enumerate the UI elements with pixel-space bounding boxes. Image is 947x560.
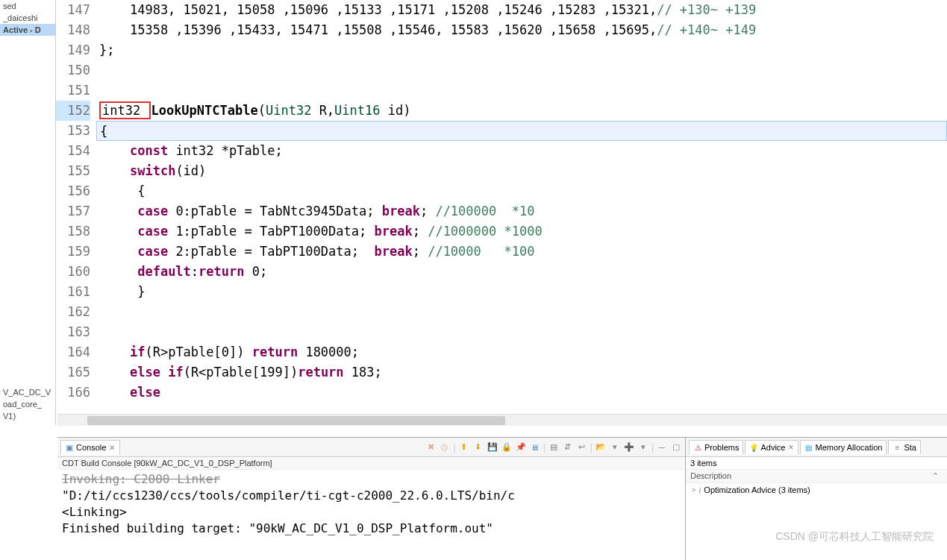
code-line[interactable]: switch(id) xyxy=(96,161,947,181)
close-icon[interactable]: ✕ xyxy=(109,444,115,452)
code-line[interactable]: else xyxy=(96,383,947,403)
console-toolbar: ✖ ⛒ | ⬆ ⬇ 💾 🔒 📌 🖥 | ▤ ⇵ ↩ | 📂 ▾ ➕ ▾ | ─ xyxy=(425,441,683,453)
code-line[interactable]: case 1:pTable = TabPT1000Data; break; //… xyxy=(96,221,947,242)
info-icon: i xyxy=(698,485,701,494)
tree-item-label: Optimization Advice (3 items) xyxy=(704,485,810,494)
minimize-icon[interactable]: ─ xyxy=(656,441,668,453)
tab-problems[interactable]: ⚠Problems xyxy=(689,440,743,454)
line-number: 160 xyxy=(56,262,90,282)
console-tab[interactable]: ▣ Console ✕ xyxy=(60,440,120,455)
sidebar-bottom-items: V_AC_DC_Voad_core_V1) xyxy=(0,386,56,422)
dropdown-icon[interactable]: ▾ xyxy=(637,441,649,453)
arrow-up-icon[interactable]: ⬆ xyxy=(458,441,470,453)
line-number: 166 xyxy=(56,383,90,403)
expand-icon[interactable]: > xyxy=(692,486,696,494)
line-number: 163 xyxy=(56,322,90,342)
code-editor[interactable]: 1471481491501511521531541551561571581591… xyxy=(56,0,947,425)
console-line: "D:/ti/ccs1230/ccs/tools/compiler/ti-cgt… xyxy=(62,488,681,504)
sta-icon: ≡ xyxy=(893,443,901,452)
code-line[interactable] xyxy=(96,60,947,81)
sidebar-item[interactable]: V_AC_DC_V xyxy=(0,386,56,398)
line-number: 147 xyxy=(56,0,90,20)
editor-horizontal-scrollbar[interactable] xyxy=(57,414,947,426)
tab-advice[interactable]: 💡Advice✕ xyxy=(745,440,798,454)
line-number: 150 xyxy=(56,60,90,81)
code-line[interactable]: } xyxy=(96,282,947,302)
remove-all-icon[interactable]: ⛒ xyxy=(440,441,451,453)
code-line[interactable]: const int32 *pTable; xyxy=(96,141,947,161)
line-number: 161 xyxy=(56,282,90,302)
description-column-header[interactable]: Description ⌃ xyxy=(686,470,947,483)
advice-icon: 💡 xyxy=(749,443,758,452)
items-count: 3 items xyxy=(686,457,947,470)
code-line[interactable]: }; xyxy=(96,40,947,60)
line-number: 159 xyxy=(56,242,90,262)
sidebar-item[interactable]: oad_core_ xyxy=(0,398,56,410)
console-output[interactable]: Invoking: C2000 Linker"D:/ti/ccs1230/ccs… xyxy=(57,470,685,560)
project-explorer-sidebar: sed_daiceshiActive - D xyxy=(0,0,56,425)
console-tabs-row: ▣ Console ✕ ✖ ⛒ | ⬆ ⬇ 💾 🔒 📌 🖥 | ▤ ⇵ ↩ | … xyxy=(57,438,685,457)
line-number: 155 xyxy=(56,161,90,181)
code-line[interactable] xyxy=(96,81,947,101)
sidebar-item[interactable]: sed xyxy=(0,0,55,12)
close-icon[interactable]: ✕ xyxy=(788,444,794,451)
wrap-icon[interactable]: ↩ xyxy=(576,441,588,453)
arrow-down-icon[interactable]: ⬇ xyxy=(472,441,484,453)
line-number: 152 xyxy=(56,101,90,121)
console-icon: ▣ xyxy=(66,443,73,453)
code-line[interactable]: else if(R<pTable[199])return 183; xyxy=(96,362,947,383)
console-line: <Linking> xyxy=(62,504,681,520)
tab-label: Advice xyxy=(760,443,785,452)
line-number: 151 xyxy=(56,81,90,101)
code-line[interactable]: if(R>pTable[0]) return 180000; xyxy=(96,342,947,362)
remove-icon[interactable]: ✖ xyxy=(425,441,437,453)
code-line[interactable]: case 0:pTable = TabNtc3945Data; break; /… xyxy=(96,201,947,221)
line-number: 154 xyxy=(56,141,90,161)
scroll-lock-icon[interactable]: ⇵ xyxy=(562,441,574,453)
right-panel-tabs: ⚠Problems💡Advice✕▤Memory Allocation≡Sta xyxy=(686,438,947,457)
line-number: 153 xyxy=(56,121,90,141)
code-line[interactable]: 15358 ,15396 ,15433, 15471 ,15508 ,15546… xyxy=(96,20,947,40)
display-icon[interactable]: 🖥 xyxy=(529,441,541,453)
line-number: 156 xyxy=(56,181,90,201)
open-console-icon[interactable]: 📂 xyxy=(595,441,607,453)
tab-memory-allocation[interactable]: ▤Memory Allocation xyxy=(800,440,887,454)
maximize-icon[interactable]: ▢ xyxy=(670,441,682,453)
tab-label: Sta xyxy=(904,443,916,452)
advice-tree-item[interactable]: >iOptimization Advice (3 items) xyxy=(686,483,947,497)
clear-icon[interactable]: ▤ xyxy=(548,441,560,453)
line-number: 148 xyxy=(56,20,90,40)
sort-arrow-icon[interactable]: ⌃ xyxy=(928,471,943,481)
line-number: 157 xyxy=(56,201,90,221)
line-number: 164 xyxy=(56,342,90,362)
console-panel: ▣ Console ✕ ✖ ⛒ | ⬆ ⬇ 💾 🔒 📌 🖥 | ▤ ⇵ ↩ | … xyxy=(57,438,686,560)
advice-tree: >iOptimization Advice (3 items) xyxy=(686,483,947,497)
problems-icon: ⚠ xyxy=(693,443,702,452)
new-console-icon[interactable]: ➕ xyxy=(623,441,635,453)
tab-label: Memory Allocation xyxy=(816,443,883,452)
sidebar-item[interactable]: Active - D xyxy=(0,24,55,36)
code-line[interactable]: { xyxy=(96,181,947,201)
line-number: 165 xyxy=(56,362,90,383)
sidebar-item[interactable]: V1) xyxy=(0,410,56,422)
scrollbar-thumb[interactable] xyxy=(87,416,505,425)
lock-icon[interactable]: 🔒 xyxy=(501,441,513,453)
dropdown-icon[interactable]: ▾ xyxy=(609,441,621,453)
console-subheader: CDT Build Console [90kW_AC_DC_V1_0_DSP_P… xyxy=(57,457,685,470)
code-line[interactable]: default:return 0; xyxy=(96,262,947,282)
line-number: 149 xyxy=(56,40,90,60)
line-number-gutter: 1471481491501511521531541551561571581591… xyxy=(56,0,96,425)
tab-label: Problems xyxy=(704,443,739,452)
pin-icon[interactable]: 📌 xyxy=(515,441,527,453)
code-line[interactable]: int32 LookUpNTCTable(Uint32 R,Uint16 id) xyxy=(96,101,947,121)
sidebar-item[interactable]: _daiceshi xyxy=(0,12,55,24)
line-number: 162 xyxy=(56,302,90,322)
code-line[interactable]: case 2:pTable = TabPT100Data; break; //1… xyxy=(96,242,947,262)
code-content[interactable]: 14983, 15021, 15058 ,15096 ,15133 ,15171… xyxy=(96,0,947,425)
tab-sta[interactable]: ≡Sta xyxy=(888,440,921,454)
save-icon[interactable]: 💾 xyxy=(487,441,498,453)
code-line[interactable] xyxy=(96,302,947,322)
code-line[interactable] xyxy=(96,322,947,342)
code-line[interactable]: { xyxy=(96,121,947,141)
code-line[interactable]: 14983, 15021, 15058 ,15096 ,15133 ,15171… xyxy=(96,0,947,20)
